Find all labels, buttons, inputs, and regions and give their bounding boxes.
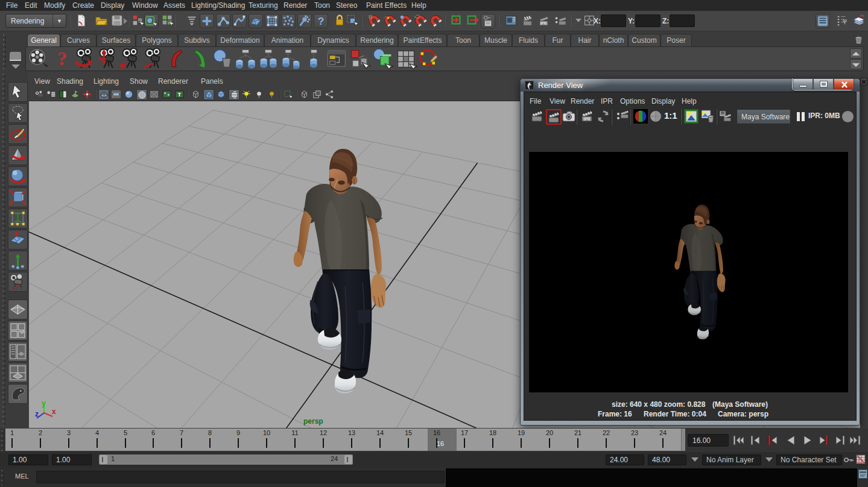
- svg-text:IPR: IPR: [540, 21, 547, 25]
- svg-text:IPR: IPR: [584, 117, 591, 121]
- svg-text:x: x: [52, 407, 56, 416]
- svg-text:z: z: [35, 410, 39, 418]
- svg-text:?: ?: [57, 48, 67, 69]
- svg-text:T: T: [178, 91, 182, 98]
- svg-text:?: ?: [318, 15, 325, 27]
- svg-text:persp: persp: [303, 417, 323, 426]
- svg-text:y: y: [42, 399, 46, 407]
